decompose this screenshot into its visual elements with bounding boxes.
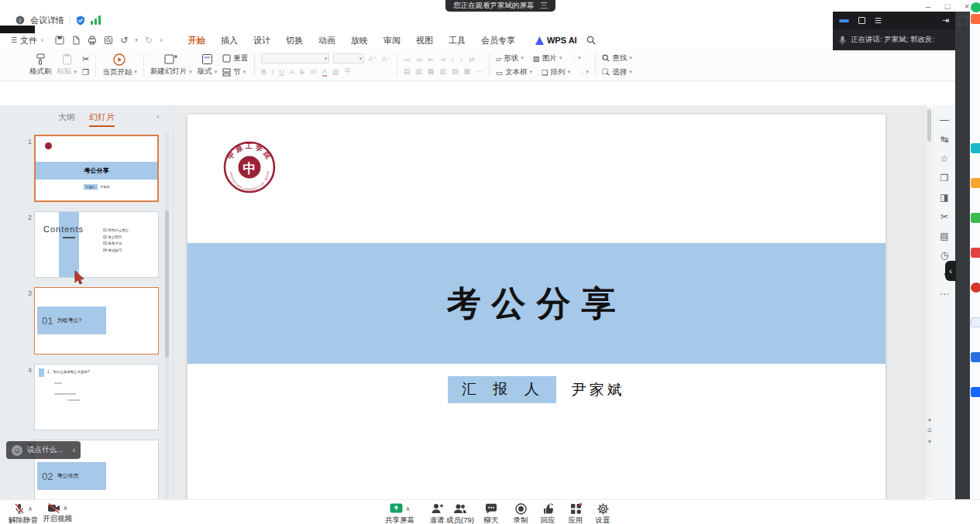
outline-text-icon[interactable]: A (290, 68, 294, 76)
undo-caret[interactable]: ▾ (135, 37, 138, 43)
print-icon[interactable] (88, 36, 97, 45)
record-button[interactable]: 录制 (505, 503, 536, 524)
bold-icon[interactable]: B (261, 68, 266, 76)
quick-chat-overlay[interactable]: ☺ 说点什么... ‹ (6, 441, 81, 459)
tab-view[interactable]: 视图 (408, 32, 441, 50)
edge-app-icon-light[interactable] (971, 317, 980, 327)
dock-minimize-icon[interactable] (839, 19, 849, 22)
cut-button[interactable]: ✂ (82, 54, 89, 64)
char-effect-icon[interactable]: 字 (344, 67, 351, 77)
tab-slides[interactable]: 幻灯片 (89, 111, 115, 127)
font-smaller-icon[interactable]: A⁻ (382, 55, 390, 63)
edge-app-icon-yellow[interactable] (971, 178, 980, 188)
bullets-icon[interactable]: ≔ (404, 56, 411, 63)
numbering-icon[interactable]: ≕ (416, 56, 423, 63)
settings-button[interactable]: 设置 (587, 503, 618, 524)
reading-view-icon[interactable]: ◨ (940, 192, 948, 203)
indent-icon[interactable]: ⇥ (439, 56, 445, 63)
paste-button[interactable]: 粘贴▾ (57, 53, 77, 77)
network-signal-icon[interactable] (91, 15, 101, 25)
meeting-details-label[interactable]: 会议详情 (30, 15, 64, 26)
font-family-select[interactable]: ▾ (261, 53, 329, 63)
next-slide-button[interactable]: ▼ (927, 439, 933, 444)
shapes-button[interactable]: ▱形状▾ (496, 53, 524, 63)
layout-button[interactable]: 版式▾ (198, 53, 218, 77)
share-screen-button[interactable]: ∧ 共享屏幕 (378, 503, 421, 524)
current-slide[interactable]: 中 中原工学院 ZHONGYUAN UNIVERSITY OF TECHNOLO… (187, 115, 885, 509)
tab-design[interactable]: 设计 (246, 32, 278, 50)
file-menu[interactable]: ☰ 文件 ∨ (11, 35, 44, 46)
dock-collapse-icon[interactable]: ⇥ (942, 15, 949, 26)
underline-icon[interactable]: U (279, 68, 284, 76)
minimize-button[interactable]: – (923, 2, 933, 11)
tab-transition[interactable]: 切换 (278, 32, 311, 50)
panel-vscrollbar[interactable] (165, 133, 169, 512)
panel-vscroll-thumb[interactable] (165, 211, 169, 358)
dock-list-icon[interactable]: ☰ (875, 16, 882, 25)
format-painter-button[interactable]: 格式刷 (29, 53, 52, 77)
canvas-vscroll-thumb[interactable] (927, 109, 931, 142)
restore-button[interactable]: □ (943, 2, 952, 11)
pages-icon[interactable]: ❐ (940, 173, 949, 183)
reset-button[interactable]: 重置 (222, 53, 248, 63)
apps-button[interactable]: 应用 (560, 503, 591, 524)
wps-ai-button[interactable]: WPS AI (535, 36, 577, 45)
undo-icon[interactable]: ↺ (120, 35, 128, 46)
favorites-icon[interactable]: ☆ (940, 153, 949, 164)
edge-app-icon-green[interactable] (971, 2, 980, 12)
more-tools-icon[interactable]: ⋯ (940, 289, 949, 300)
justify-icon[interactable]: ▧ (439, 67, 446, 75)
share-options-chevron[interactable]: ∧ (406, 505, 411, 512)
play-from-current-button[interactable]: 当页开始▾ (102, 53, 137, 77)
panel-collapse-icon[interactable]: ‹ (156, 111, 160, 121)
new-slide-button[interactable]: 新建幻灯片▾ (150, 53, 192, 77)
clip-tool-icon[interactable]: ✂ (940, 211, 948, 222)
thumbnail-slide-2[interactable]: Contents 01 我为什么考公 02 考公经历 03 备考方法 04 考试… (34, 211, 159, 278)
quick-chat-placeholder[interactable]: 说点什么... (27, 445, 63, 455)
thumbnail-slide-1[interactable]: 考公分享 汇报人 尹家斌 (34, 135, 159, 202)
font-bigger-icon[interactable]: A⁺ (368, 55, 377, 63)
tab-member[interactable]: 会员专享 (473, 32, 523, 50)
edge-app-icon-red-circle[interactable] (971, 283, 980, 293)
thumbnail-slide-4[interactable]: 1、为什么选择考公这条路? (34, 364, 159, 430)
copy-button[interactable]: ❐ (82, 68, 89, 77)
fullscreen-icon[interactable] (958, 15, 968, 26)
banner-menu-icon[interactable]: 三 (541, 1, 548, 11)
strikethrough-icon[interactable]: S (300, 68, 304, 76)
tab-animation[interactable]: 动画 (311, 32, 343, 50)
font-color-icon[interactable]: A (322, 67, 327, 77)
italic-icon[interactable]: I (272, 68, 274, 76)
quickbar-caret[interactable]: ∨ (160, 37, 163, 43)
slide-navigator-button[interactable]: ☰ (927, 427, 932, 433)
tab-tools[interactable]: 工具 (441, 32, 473, 50)
tab-review[interactable]: 审阅 (376, 32, 408, 50)
overlay-collapse-icon[interactable]: ‹ (73, 446, 75, 454)
arrange-button[interactable]: ❏排列▾ (542, 67, 570, 77)
tab-home[interactable]: 开始 (181, 32, 213, 50)
video-options-chevron[interactable]: ∧ (64, 505, 68, 512)
textbox-button[interactable]: ▭文本框▾ (496, 67, 532, 77)
superscript-icon[interactable]: X² (310, 68, 317, 76)
find-button[interactable]: 查找 ▾ (602, 53, 632, 63)
edge-app-icon-blue2[interactable] (971, 387, 980, 397)
highlight-icon[interactable]: ▨ (332, 68, 339, 76)
edge-app-icon-red[interactable] (971, 248, 980, 258)
panel-expand-handle[interactable]: ‹ (945, 261, 956, 281)
select-button[interactable]: 选择 ▾ (602, 67, 632, 77)
previous-slide-button[interactable]: ▲ (927, 416, 933, 422)
chat-button[interactable]: 聊天 (476, 503, 507, 524)
tab-slideshow[interactable]: 放映 (343, 32, 376, 50)
dock-window-icon[interactable] (858, 17, 865, 24)
merge-button[interactable]: ◌▾ (579, 68, 589, 77)
history-icon[interactable]: ◷ (940, 250, 948, 261)
chart-button[interactable]: ◌▾ (571, 54, 580, 63)
tab-outline[interactable]: 大纲 (58, 111, 75, 127)
edge-app-icon-blue[interactable] (971, 352, 980, 362)
align-left-icon[interactable]: ▤ (404, 67, 411, 75)
thumbnail-slide-3[interactable]: 01 为啥考公? (34, 287, 159, 354)
align-right-icon[interactable]: ▦ (428, 67, 435, 75)
tab-insert[interactable]: 插入 (213, 32, 246, 50)
outdent-icon[interactable]: ⇤ (428, 56, 435, 63)
adjust-tools-icon[interactable]: ↹ (940, 134, 948, 145)
edge-app-icon-orange-badge[interactable] (971, 14, 980, 24)
